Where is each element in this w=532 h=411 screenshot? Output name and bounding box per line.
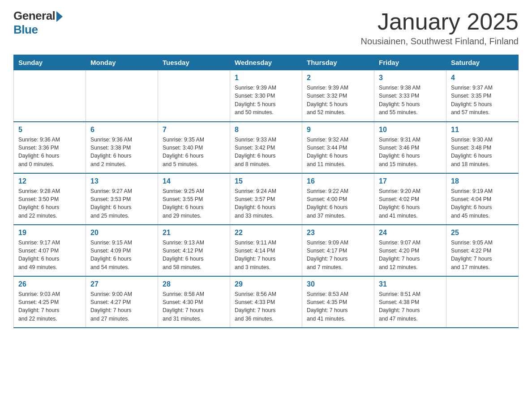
calendar-day-cell: 15Sunrise: 9:24 AM Sunset: 3:57 PM Dayli… <box>230 173 302 225</box>
day-info: Sunrise: 9:28 AM Sunset: 3:50 PM Dayligh… <box>18 187 81 220</box>
calendar-day-cell <box>86 70 158 122</box>
day-number: 6 <box>90 126 153 134</box>
day-info: Sunrise: 9:24 AM Sunset: 3:57 PM Dayligh… <box>235 187 297 220</box>
day-info: Sunrise: 9:31 AM Sunset: 3:46 PM Dayligh… <box>379 136 442 168</box>
day-info: Sunrise: 9:03 AM Sunset: 4:25 PM Dayligh… <box>18 290 81 323</box>
weekday-header-sunday: Sunday <box>14 55 86 70</box>
calendar-day-cell: 10Sunrise: 9:31 AM Sunset: 3:46 PM Dayli… <box>374 122 446 173</box>
day-number: 16 <box>307 177 369 185</box>
calendar-week-row: 5Sunrise: 9:36 AM Sunset: 3:36 PM Daylig… <box>14 122 519 173</box>
day-number: 27 <box>90 280 153 288</box>
logo: General Blue <box>13 9 63 37</box>
day-info: Sunrise: 9:32 AM Sunset: 3:44 PM Dayligh… <box>307 136 369 168</box>
day-number: 7 <box>163 126 225 134</box>
calendar-day-cell: 11Sunrise: 9:30 AM Sunset: 3:48 PM Dayli… <box>446 122 519 173</box>
calendar-day-cell: 16Sunrise: 9:22 AM Sunset: 4:00 PM Dayli… <box>302 173 374 225</box>
day-number: 2 <box>307 74 369 82</box>
calendar-week-row: 26Sunrise: 9:03 AM Sunset: 4:25 PM Dayli… <box>14 276 519 328</box>
calendar-day-cell: 24Sunrise: 9:07 AM Sunset: 4:20 PM Dayli… <box>374 225 446 276</box>
calendar-day-cell: 13Sunrise: 9:27 AM Sunset: 3:53 PM Dayli… <box>86 173 158 225</box>
day-info: Sunrise: 9:33 AM Sunset: 3:42 PM Dayligh… <box>235 136 297 168</box>
day-info: Sunrise: 9:11 AM Sunset: 4:14 PM Dayligh… <box>235 239 297 271</box>
calendar-day-cell: 4Sunrise: 9:37 AM Sunset: 3:35 PM Daylig… <box>446 70 519 122</box>
calendar-day-cell: 25Sunrise: 9:05 AM Sunset: 4:22 PM Dayli… <box>446 225 519 276</box>
day-info: Sunrise: 9:00 AM Sunset: 4:27 PM Dayligh… <box>90 290 153 323</box>
calendar-day-cell: 7Sunrise: 9:35 AM Sunset: 3:40 PM Daylig… <box>158 122 230 173</box>
day-number: 28 <box>163 280 225 288</box>
day-number: 5 <box>18 126 81 134</box>
day-number: 13 <box>90 177 153 185</box>
day-number: 11 <box>451 126 514 134</box>
day-number: 1 <box>235 74 297 82</box>
day-info: Sunrise: 9:15 AM Sunset: 4:09 PM Dayligh… <box>90 239 153 271</box>
calendar-day-cell: 1Sunrise: 9:39 AM Sunset: 3:30 PM Daylig… <box>230 70 302 122</box>
calendar-day-cell: 31Sunrise: 8:51 AM Sunset: 4:38 PM Dayli… <box>374 276 446 328</box>
calendar-day-cell: 8Sunrise: 9:33 AM Sunset: 3:42 PM Daylig… <box>230 122 302 173</box>
logo-general-text: General <box>13 9 55 23</box>
day-info: Sunrise: 9:05 AM Sunset: 4:22 PM Dayligh… <box>451 239 514 271</box>
day-number: 25 <box>451 229 514 237</box>
calendar-day-cell: 2Sunrise: 9:39 AM Sunset: 3:32 PM Daylig… <box>302 70 374 122</box>
day-info: Sunrise: 9:39 AM Sunset: 3:32 PM Dayligh… <box>307 84 369 116</box>
calendar-day-cell: 23Sunrise: 9:09 AM Sunset: 4:17 PM Dayli… <box>302 225 374 276</box>
calendar-day-cell: 27Sunrise: 9:00 AM Sunset: 4:27 PM Dayli… <box>86 276 158 328</box>
day-info: Sunrise: 9:36 AM Sunset: 3:36 PM Dayligh… <box>18 136 81 168</box>
weekday-header-thursday: Thursday <box>302 55 374 70</box>
day-info: Sunrise: 9:36 AM Sunset: 3:38 PM Dayligh… <box>90 136 153 168</box>
calendar-day-cell: 30Sunrise: 8:53 AM Sunset: 4:35 PM Dayli… <box>302 276 374 328</box>
calendar-day-cell: 14Sunrise: 9:25 AM Sunset: 3:55 PM Dayli… <box>158 173 230 225</box>
calendar-day-cell: 12Sunrise: 9:28 AM Sunset: 3:50 PM Dayli… <box>14 173 86 225</box>
day-info: Sunrise: 9:38 AM Sunset: 3:33 PM Dayligh… <box>379 84 442 116</box>
calendar-day-cell: 26Sunrise: 9:03 AM Sunset: 4:25 PM Dayli… <box>14 276 86 328</box>
calendar-day-cell: 29Sunrise: 8:56 AM Sunset: 4:33 PM Dayli… <box>230 276 302 328</box>
calendar-table: SundayMondayTuesdayWednesdayThursdayFrid… <box>13 55 519 328</box>
day-number: 12 <box>18 177 81 185</box>
weekday-header-friday: Friday <box>374 55 446 70</box>
weekday-header-monday: Monday <box>86 55 158 70</box>
day-number: 8 <box>235 126 297 134</box>
logo-blue-text: Blue <box>13 23 38 37</box>
page-header: General Blue January 2025 Nousiainen, So… <box>13 9 519 47</box>
day-info: Sunrise: 9:37 AM Sunset: 3:35 PM Dayligh… <box>451 84 514 116</box>
day-info: Sunrise: 8:56 AM Sunset: 4:33 PM Dayligh… <box>235 290 297 323</box>
day-info: Sunrise: 9:07 AM Sunset: 4:20 PM Dayligh… <box>379 239 442 271</box>
calendar-day-cell <box>158 70 230 122</box>
day-info: Sunrise: 9:22 AM Sunset: 4:00 PM Dayligh… <box>307 187 369 220</box>
calendar-subtitle: Nousiainen, Southwest Finland, Finland <box>361 36 519 47</box>
day-number: 31 <box>379 280 442 288</box>
day-number: 20 <box>90 229 153 237</box>
calendar-day-cell: 5Sunrise: 9:36 AM Sunset: 3:36 PM Daylig… <box>14 122 86 173</box>
title-section: January 2025 Nousiainen, Southwest Finla… <box>361 9 519 47</box>
calendar-day-cell: 28Sunrise: 8:58 AM Sunset: 4:30 PM Dayli… <box>158 276 230 328</box>
calendar-title: January 2025 <box>361 9 519 34</box>
calendar-day-cell <box>446 276 519 328</box>
calendar-week-row: 19Sunrise: 9:17 AM Sunset: 4:07 PM Dayli… <box>14 225 519 276</box>
day-number: 19 <box>18 229 81 237</box>
weekday-header-wednesday: Wednesday <box>230 55 302 70</box>
day-number: 18 <box>451 177 514 185</box>
day-info: Sunrise: 8:58 AM Sunset: 4:30 PM Dayligh… <box>163 290 225 323</box>
calendar-day-cell: 18Sunrise: 9:19 AM Sunset: 4:04 PM Dayli… <box>446 173 519 225</box>
day-info: Sunrise: 9:35 AM Sunset: 3:40 PM Dayligh… <box>163 136 225 168</box>
calendar-day-cell: 19Sunrise: 9:17 AM Sunset: 4:07 PM Dayli… <box>14 225 86 276</box>
day-number: 9 <box>307 126 369 134</box>
day-info: Sunrise: 9:39 AM Sunset: 3:30 PM Dayligh… <box>235 84 297 116</box>
calendar-day-cell: 20Sunrise: 9:15 AM Sunset: 4:09 PM Dayli… <box>86 225 158 276</box>
day-number: 30 <box>307 280 369 288</box>
day-number: 17 <box>379 177 442 185</box>
calendar-week-row: 1Sunrise: 9:39 AM Sunset: 3:30 PM Daylig… <box>14 70 519 122</box>
day-info: Sunrise: 8:51 AM Sunset: 4:38 PM Dayligh… <box>379 290 442 323</box>
calendar-day-cell: 3Sunrise: 9:38 AM Sunset: 3:33 PM Daylig… <box>374 70 446 122</box>
calendar-day-cell: 17Sunrise: 9:20 AM Sunset: 4:02 PM Dayli… <box>374 173 446 225</box>
day-info: Sunrise: 9:17 AM Sunset: 4:07 PM Dayligh… <box>18 239 81 271</box>
calendar-day-cell: 21Sunrise: 9:13 AM Sunset: 4:12 PM Dayli… <box>158 225 230 276</box>
weekday-header-tuesday: Tuesday <box>158 55 230 70</box>
day-info: Sunrise: 8:53 AM Sunset: 4:35 PM Dayligh… <box>307 290 369 323</box>
day-number: 23 <box>307 229 369 237</box>
day-info: Sunrise: 9:30 AM Sunset: 3:48 PM Dayligh… <box>451 136 514 168</box>
weekday-header-row: SundayMondayTuesdayWednesdayThursdayFrid… <box>14 55 519 70</box>
calendar-day-cell: 9Sunrise: 9:32 AM Sunset: 3:44 PM Daylig… <box>302 122 374 173</box>
day-number: 15 <box>235 177 297 185</box>
day-number: 24 <box>379 229 442 237</box>
day-number: 26 <box>18 280 81 288</box>
